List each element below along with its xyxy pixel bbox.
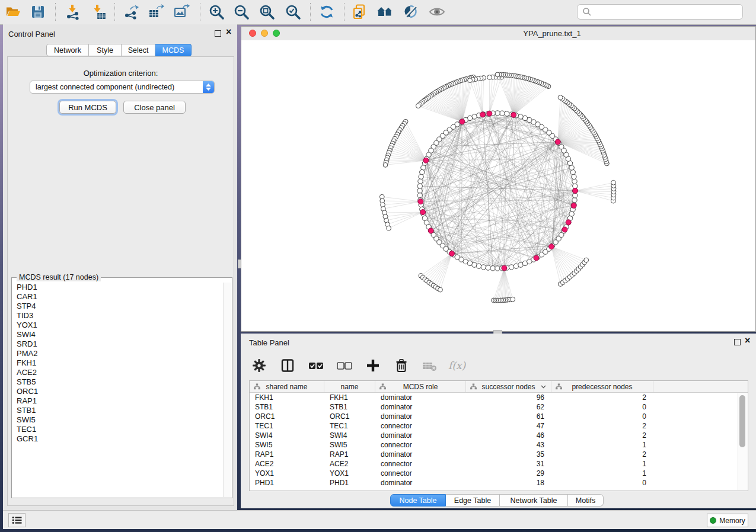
column-type-icon (470, 383, 477, 390)
table-cell: 2 (551, 450, 653, 459)
tab-network[interactable]: Network (46, 44, 89, 56)
show-columns-button[interactable] (277, 357, 298, 374)
network-graph[interactable] (241, 40, 755, 331)
create-column-button[interactable] (363, 357, 383, 374)
tab-mcds[interactable]: MCDS (155, 44, 192, 56)
zoom-in-button[interactable] (206, 2, 227, 22)
memory-button[interactable]: Memory (707, 514, 748, 527)
mcds-list-scrollbar[interactable] (223, 283, 231, 497)
table-cell: dominator (375, 431, 466, 440)
column-header-name[interactable]: name (324, 381, 375, 392)
mcds-result-item[interactable]: GCR1 (12, 434, 224, 444)
table-row[interactable]: SWI5SWI5connector431 (250, 440, 748, 450)
table-row[interactable]: TEC1TEC1connector472 (250, 421, 748, 431)
close-window-icon[interactable] (249, 30, 256, 37)
mcds-result-item[interactable]: ACE2 (12, 368, 224, 377)
clone-network-icon (351, 4, 368, 20)
table-tab-motifs[interactable]: Motifs (568, 494, 604, 507)
deselect-all-icon (336, 358, 353, 373)
optimization-criterion-label: Optimization criterion: (8, 69, 234, 78)
table-cell: FKH1 (250, 393, 324, 402)
table-tab-node-table[interactable]: Node Table (390, 494, 446, 507)
table-row[interactable]: FKH1FKH1dominator962 (250, 393, 748, 402)
maximize-window-icon[interactable] (273, 30, 280, 37)
column-header-mcds-role[interactable]: MCDS role (375, 381, 466, 392)
table-row[interactable]: STB1STB1dominator620 (250, 402, 748, 412)
export-network-button[interactable] (120, 2, 142, 22)
mcds-result-item[interactable]: CAR1 (12, 292, 224, 302)
mcds-result-list[interactable]: PHD1CAR1STP4TID3YOX1SWI4SRD1PMA2FKH1ACE2… (12, 283, 224, 497)
table-settings-button[interactable] (249, 357, 269, 374)
mcds-result-item[interactable]: FKH1 (12, 358, 224, 368)
run-mcds-button[interactable]: Run MCDS (59, 101, 116, 114)
mcds-result-item[interactable]: RAP1 (12, 396, 224, 406)
zoom-out-button[interactable] (231, 2, 252, 22)
show-graphics-button[interactable] (426, 2, 448, 22)
tab-style[interactable]: Style (89, 44, 122, 56)
export-table-button[interactable] (145, 2, 167, 22)
table-float-icon[interactable] (734, 339, 741, 345)
hide-annotations-button[interactable] (400, 2, 422, 22)
table-cell: SWI4 (324, 431, 375, 440)
zoom-fit-button[interactable] (256, 2, 277, 22)
delete-column-button[interactable] (391, 357, 412, 374)
table-cell: SWI5 (324, 441, 375, 449)
dropdown-stepper-icon (203, 81, 214, 93)
control-panel: Control Panel × NetworkStyleSelectMCDS O… (3, 24, 237, 511)
mcds-result-item[interactable]: STP4 (12, 302, 224, 311)
select-all-button[interactable] (306, 357, 326, 374)
houses-button[interactable] (374, 2, 395, 22)
float-panel-icon[interactable] (215, 30, 221, 37)
mcds-result-item[interactable]: ORC1 (12, 387, 224, 396)
close-panel-button[interactable]: Close panel (123, 101, 186, 114)
save-session-button[interactable] (27, 2, 49, 22)
table-row[interactable]: ORC1ORC1dominator610 (250, 412, 748, 421)
table-row[interactable]: PHD1PHD1dominator180 (250, 478, 748, 488)
mcds-result-item[interactable]: STB1 (12, 406, 224, 415)
mcds-result-item[interactable]: SWI4 (12, 330, 224, 339)
clone-network-button[interactable] (349, 2, 370, 22)
mcds-result-item[interactable]: TEC1 (12, 425, 224, 434)
mcds-result-item[interactable]: TID3 (12, 311, 224, 321)
search-input[interactable] (577, 4, 743, 20)
mcds-result-item[interactable]: SWI5 (12, 415, 224, 425)
table-tab-network-table[interactable]: Network Table (500, 494, 568, 507)
import-table-button[interactable] (88, 2, 109, 22)
export-image-button[interactable] (171, 2, 192, 22)
mcds-result-item[interactable]: YOX1 (12, 321, 224, 330)
table-row[interactable]: YOX1YOX1connector291 (250, 469, 748, 478)
table-row[interactable]: RAP1RAP1dominator352 (250, 450, 748, 459)
mcds-result-item[interactable]: PHD1 (12, 283, 224, 292)
import-network-button[interactable] (62, 2, 84, 22)
mcds-result-item[interactable]: PMA2 (12, 349, 224, 358)
column-header-predecessor-nodes[interactable]: predecessor nodes (551, 381, 653, 392)
network-window-titlebar[interactable]: YPA_prune.txt_1 (241, 27, 755, 41)
table-close-icon[interactable]: × (745, 338, 750, 344)
open-file-button[interactable] (2, 2, 24, 22)
table-scrollbar[interactable] (738, 393, 747, 490)
open-folder-icon (5, 4, 21, 20)
tab-select[interactable]: Select (122, 44, 155, 56)
table-cell: ACE2 (324, 460, 375, 468)
mcds-result-item[interactable]: SRD1 (12, 339, 224, 349)
trash-icon (394, 358, 409, 373)
minimize-window-icon[interactable] (261, 30, 268, 37)
close-panel-icon[interactable]: × (226, 29, 231, 35)
column-header-shared-name[interactable]: shared name (250, 381, 324, 392)
table-cell: STB1 (250, 403, 324, 411)
network-window-title: YPA_prune.txt_1 (523, 29, 580, 38)
task-history-button[interactable] (8, 513, 25, 527)
zoom-selected-button[interactable] (282, 2, 304, 22)
table-scrollbar-thumb[interactable] (739, 395, 745, 447)
criterion-dropdown[interactable]: largest connected component (undirected) (30, 81, 215, 94)
table-row[interactable]: ACE2ACE2connector311 (250, 459, 748, 469)
table-toolbar: f(x) (249, 354, 748, 377)
save-icon (30, 4, 46, 20)
network-canvas[interactable] (241, 40, 755, 331)
refresh-button[interactable] (316, 2, 337, 22)
table-row[interactable]: SWI4SWI4dominator462 (250, 431, 748, 440)
mcds-result-item[interactable]: STB5 (12, 377, 224, 387)
column-header-successor-nodes[interactable]: successor nodes (466, 381, 551, 392)
deselect-all-button[interactable] (334, 357, 355, 374)
table-tab-edge-table[interactable]: Edge Table (446, 494, 500, 507)
